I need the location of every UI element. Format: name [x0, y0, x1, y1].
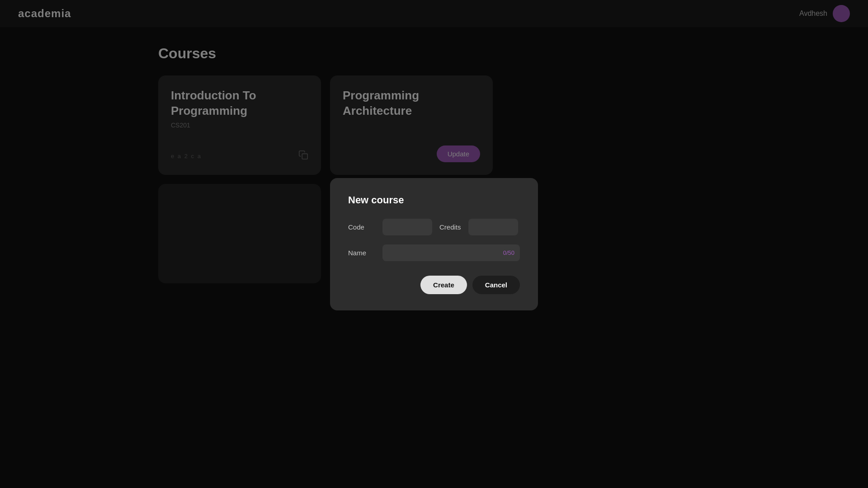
credits-group: Credits — [439, 219, 520, 235]
name-input-wrapper: 0/50 — [382, 244, 520, 261]
create-button[interactable]: Create — [420, 276, 467, 294]
modal-title: New course — [348, 194, 520, 206]
name-label: Name — [348, 249, 375, 257]
code-label: Code — [348, 223, 375, 231]
name-input[interactable] — [382, 244, 520, 261]
credits-label: Credits — [439, 223, 461, 231]
cancel-button[interactable]: Cancel — [472, 276, 520, 294]
modal-overlay: New course Code Credits Name 0/50 Create… — [0, 0, 868, 488]
credits-input[interactable] — [468, 219, 518, 235]
code-input[interactable] — [382, 219, 432, 235]
name-row: Name 0/50 — [348, 244, 520, 261]
code-credits-row: Code Credits — [348, 219, 520, 235]
new-course-modal: New course Code Credits Name 0/50 Create… — [330, 178, 538, 310]
modal-buttons: Create Cancel — [348, 276, 520, 294]
